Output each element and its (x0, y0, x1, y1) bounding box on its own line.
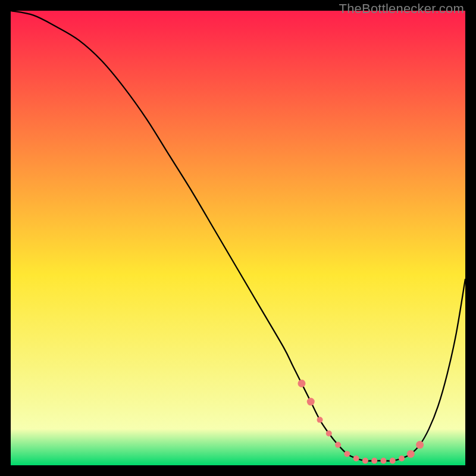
highlight-dot (390, 458, 396, 464)
highlight-dot (326, 431, 332, 437)
highlight-dot (416, 441, 424, 449)
highlight-dot (344, 451, 350, 457)
highlight-dot (407, 450, 415, 458)
highlight-dot (362, 458, 368, 464)
highlight-dot (399, 456, 405, 462)
highlight-dot (317, 417, 323, 423)
highlight-dot (371, 458, 377, 464)
highlight-dot (307, 398, 315, 406)
bottleneck-chart (11, 11, 465, 465)
attribution-text: TheBottlenecker.com (339, 1, 464, 17)
highlight-dot (298, 380, 305, 387)
gradient-background (11, 11, 465, 465)
highlight-dot (335, 442, 341, 448)
highlight-dot (380, 458, 386, 464)
highlight-dot (353, 456, 359, 462)
